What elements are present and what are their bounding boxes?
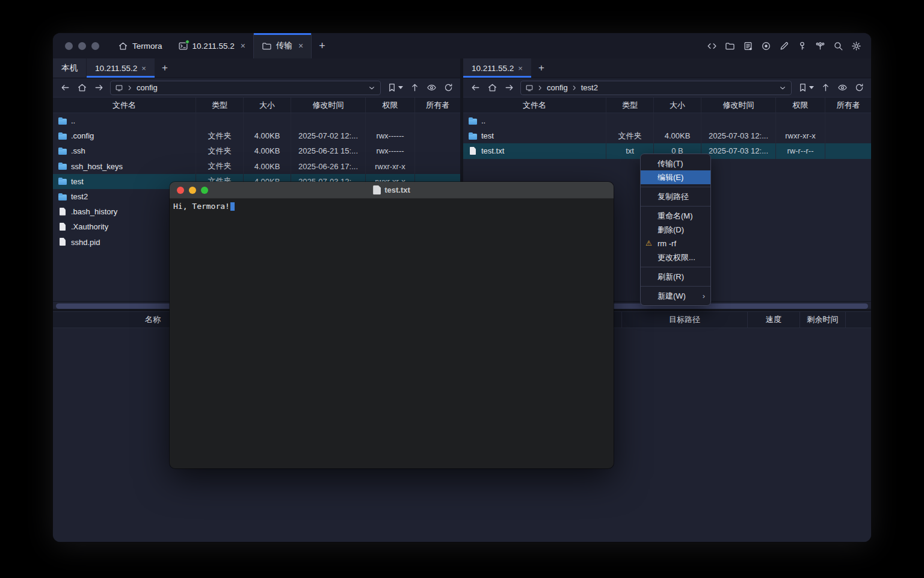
record-icon[interactable] <box>761 41 771 51</box>
menu-item-edit[interactable]: 编辑(E) <box>641 170 710 184</box>
right-panel-tabs: 10.211.55.2 × + <box>463 58 871 78</box>
column-header-type[interactable]: 类型 <box>606 98 653 113</box>
file-row[interactable]: ssh_host_keys 文件夹 4.00KB 2025-06-26 17:.… <box>53 159 460 174</box>
refresh-button[interactable] <box>852 81 866 95</box>
right-table-header: 文件名 类型 大小 修改时间 权限 所有者 <box>463 97 871 113</box>
chevron-down-icon[interactable] <box>778 84 787 92</box>
tab-transfer[interactable]: 传输 × <box>253 33 312 58</box>
menu-item-rm-rf[interactable]: ⚠rm -rf <box>641 237 710 250</box>
column-header-target-path: 目标路径 <box>621 312 747 328</box>
tab-label: 10.211.55.2 <box>192 42 235 51</box>
home-button[interactable] <box>485 81 499 95</box>
forward-button[interactable] <box>502 81 516 95</box>
editor-window-title: test.txt <box>170 185 614 194</box>
close-window-button[interactable] <box>65 42 73 50</box>
toolbar-icons <box>707 33 871 58</box>
column-header-size[interactable]: 大小 <box>243 98 291 113</box>
menu-item-refresh[interactable]: 刷新(R) <box>641 270 710 284</box>
menu-item-transfer[interactable]: 传输(T) <box>641 157 710 170</box>
close-tab-icon[interactable]: × <box>298 41 303 51</box>
tab-remote-10-211-55-2[interactable]: 10.211.55.2 × <box>463 58 532 78</box>
column-header-size[interactable]: 大小 <box>653 98 701 113</box>
settings-gear-icon[interactable] <box>851 41 861 51</box>
new-tab-button[interactable]: + <box>312 33 333 58</box>
bookmark-button[interactable] <box>385 82 405 93</box>
file-name: test.txt <box>481 146 504 155</box>
maximize-window-button[interactable] <box>91 42 99 50</box>
document-icon <box>373 185 381 194</box>
column-header-permissions[interactable]: 权限 <box>775 98 825 113</box>
column-header-owner[interactable]: 所有者 <box>825 98 871 113</box>
path-segment[interactable]: config <box>137 83 158 92</box>
menu-item-delete[interactable]: 删除(D) <box>641 223 710 237</box>
file-row[interactable]: .. <box>463 113 871 128</box>
bookmark-dropdown-icon[interactable] <box>398 86 403 89</box>
back-button[interactable] <box>58 81 72 95</box>
menu-item-copy-path[interactable]: 复制路径 <box>641 190 710 204</box>
back-button[interactable] <box>468 81 482 95</box>
keychain-icon[interactable] <box>815 41 825 51</box>
column-header-owner[interactable]: 所有者 <box>414 98 460 113</box>
show-hidden-files-button[interactable] <box>835 81 849 95</box>
forward-button[interactable] <box>91 81 106 95</box>
close-tab-icon[interactable]: × <box>241 41 245 51</box>
menu-item-new[interactable]: 新建(W)› <box>641 289 710 303</box>
column-header-modified[interactable]: 修改时间 <box>291 98 365 113</box>
file-name: test <box>481 131 494 140</box>
file-row[interactable]: .ssh 文件夹 4.00KB 2025-06-21 15:... rwx---… <box>53 143 460 158</box>
close-tab-icon[interactable]: × <box>141 64 146 73</box>
tab-remote-10-211-55-2[interactable]: 10.211.55.2 × <box>87 58 155 78</box>
column-header-modified[interactable]: 修改时间 <box>701 98 775 113</box>
folder-icon <box>58 116 67 126</box>
folder-icon <box>58 146 67 156</box>
tab-label: Termora <box>132 42 162 51</box>
path-segment[interactable]: config <box>547 83 568 92</box>
file-name: sshd.pid <box>71 238 100 247</box>
column-header-filename[interactable]: 文件名 <box>53 98 196 113</box>
column-header-filename[interactable]: 文件名 <box>463 98 606 113</box>
folder-icon[interactable] <box>725 41 735 51</box>
path-segment[interactable]: test2 <box>581 83 598 92</box>
file-row[interactable]: .. <box>53 113 460 128</box>
show-hidden-files-button[interactable] <box>424 81 439 95</box>
search-icon[interactable] <box>833 41 843 51</box>
column-header-permissions[interactable]: 权限 <box>365 98 414 113</box>
column-header-speed: 速度 <box>747 312 799 328</box>
bookmark-dropdown-icon[interactable] <box>809 86 814 89</box>
key-icon[interactable] <box>797 41 807 51</box>
tab-label: 10.211.55.2 <box>472 64 514 73</box>
add-panel-tab-button[interactable]: + <box>155 58 174 78</box>
refresh-button[interactable] <box>441 81 455 95</box>
file-icon <box>58 207 67 217</box>
code-icon[interactable] <box>707 41 717 51</box>
text-editor-window: test.txt Hi, Termora! <box>170 182 614 468</box>
chevron-down-icon[interactable] <box>368 84 376 92</box>
log-icon[interactable] <box>743 41 753 51</box>
minimize-window-button[interactable] <box>78 42 86 50</box>
home-button[interactable] <box>75 81 89 95</box>
file-name: test <box>71 177 84 186</box>
folder-icon <box>58 176 67 186</box>
file-icon <box>468 146 478 156</box>
edit-icon[interactable] <box>779 41 789 51</box>
bookmark-button[interactable] <box>796 82 816 93</box>
file-row[interactable]: .config 文件夹 4.00KB 2025-07-02 12:... rwx… <box>53 128 460 143</box>
editor-content[interactable]: Hi, Termora! <box>170 199 614 214</box>
parent-directory-button[interactable] <box>407 81 422 95</box>
parent-directory-button[interactable] <box>818 81 833 95</box>
submenu-arrow-icon: › <box>703 289 705 303</box>
path-input[interactable]: config <box>110 81 381 95</box>
tab-host-10-211-55-2[interactable]: 10.211.55.2 × <box>170 33 254 58</box>
file-row[interactable]: test 文件夹 4.00KB 2025-07-03 12:... rwxr-x… <box>463 128 871 143</box>
menu-item-change-permissions[interactable]: 更改权限... <box>641 250 710 264</box>
file-name: test2 <box>71 192 88 201</box>
tab-local[interactable]: 本机 <box>53 58 87 78</box>
column-header-type[interactable]: 类型 <box>196 98 243 113</box>
menu-item-rename[interactable]: 重命名(M) <box>641 209 710 223</box>
tab-termora-home[interactable]: Termora <box>110 33 170 58</box>
path-input[interactable]: config test2 <box>520 81 792 95</box>
connection-status-dot <box>185 40 189 44</box>
close-tab-icon[interactable]: × <box>518 64 523 73</box>
add-panel-tab-button[interactable]: + <box>532 58 551 78</box>
file-name: .Xauthority <box>71 222 108 231</box>
